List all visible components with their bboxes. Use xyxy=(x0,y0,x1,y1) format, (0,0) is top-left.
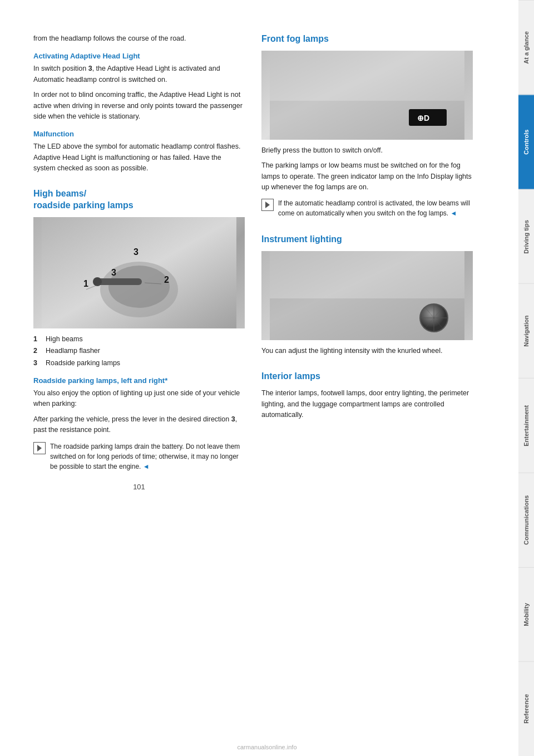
instrument-text: You can adjust the lighting intensity wi… xyxy=(261,346,473,356)
sidebar-tab-reference[interactable]: Reference xyxy=(518,661,534,756)
fog-note-text: If the automatic headlamp control is act… xyxy=(278,198,473,218)
fog-text1: Briefly press the button to switch on/of… xyxy=(261,145,473,156)
page-number: 101 xyxy=(33,483,245,491)
activating-text1: In switch position 3, the Adaptive Head … xyxy=(33,63,245,85)
svg-text:3: 3 xyxy=(111,268,116,277)
list-items: 1 High beams 2 Headlamp flasher 3 Roadsi… xyxy=(33,334,245,369)
highbeams-heading: High beams/roadside parking lamps xyxy=(33,188,245,212)
watermark: carmanualsonline.info xyxy=(237,744,296,750)
interior-text: The interior lamps, footwell lamps, door… xyxy=(261,388,473,420)
instrument-heading: Instrument lighting xyxy=(261,234,473,246)
sidebar-tab-navigation[interactable]: Navigation xyxy=(518,283,534,378)
fog-note-icon xyxy=(261,199,274,211)
svg-point-2 xyxy=(108,266,170,308)
svg-rect-3 xyxy=(97,278,142,285)
sidebar-tab-driving-tips[interactable]: Driving tips xyxy=(518,189,534,284)
roadside-note: The roadside parking lamps drain the bat… xyxy=(33,441,245,472)
malfunction-text: The LED above the symbol for automatic h… xyxy=(33,141,245,174)
sidebar-tab-mobility[interactable]: Mobility xyxy=(518,567,534,662)
list-item-3: 3 Roadside parking lamps xyxy=(33,358,245,369)
svg-text:1: 1 xyxy=(83,279,88,288)
svg-text:3: 3 xyxy=(134,247,139,257)
roadside-heading: Roadside parking lamps, left and right* xyxy=(33,376,245,385)
svg-rect-19 xyxy=(270,251,464,298)
fog-heading: Front fog lamps xyxy=(261,33,473,45)
svg-rect-13 xyxy=(270,51,464,101)
left-column: from the headlamp follows the course of … xyxy=(33,33,245,723)
sidebar-tab-controls[interactable]: Controls xyxy=(518,95,534,189)
sidebar-tab-at-a-glance[interactable]: At a glance xyxy=(518,0,534,95)
fog-text2: The parking lamps or low beams must be s… xyxy=(261,160,473,193)
svg-text:⊕D: ⊕D xyxy=(417,114,429,122)
note-text: The roadside parking lamps drain the bat… xyxy=(50,441,245,472)
main-content: from the headlamp follows the course of … xyxy=(0,0,518,756)
list-item-2: 2 Headlamp flasher xyxy=(33,346,245,356)
activating-heading: Activating Adaptive Head Light xyxy=(33,52,245,60)
malfunction-heading: Malfunction xyxy=(33,130,245,138)
instrument-image xyxy=(261,251,473,340)
list-item-1: 1 High beams xyxy=(33,334,245,345)
sidebar-tab-communications[interactable]: Communications xyxy=(518,473,534,567)
fog-note: If the automatic headlamp control is act… xyxy=(261,198,473,218)
fog-image: ⊕D xyxy=(261,51,473,140)
highbeams-image: 3 1 2 3 xyxy=(33,217,245,328)
svg-marker-17 xyxy=(265,202,270,208)
svg-text:2: 2 xyxy=(164,275,169,284)
svg-marker-11 xyxy=(37,445,42,451)
activating-text2: In order not to blind oncoming traffic, … xyxy=(33,90,245,122)
page-container: from the headlamp follows the course of … xyxy=(0,0,534,756)
interior-heading: Interior lamps xyxy=(261,371,473,382)
roadside-text1: You also enjoy the option of lighting up… xyxy=(33,388,245,410)
roadside-text2: After parking the vehicle, press the lev… xyxy=(33,414,245,436)
sidebar-tab-entertainment[interactable]: Entertainment xyxy=(518,378,534,473)
right-column: Front fog lamps xyxy=(261,33,473,723)
sidebar: At a glance Controls Driving tips Naviga… xyxy=(518,0,534,756)
note-icon xyxy=(33,442,46,454)
intro-text: from the headlamp follows the course of … xyxy=(33,33,245,44)
